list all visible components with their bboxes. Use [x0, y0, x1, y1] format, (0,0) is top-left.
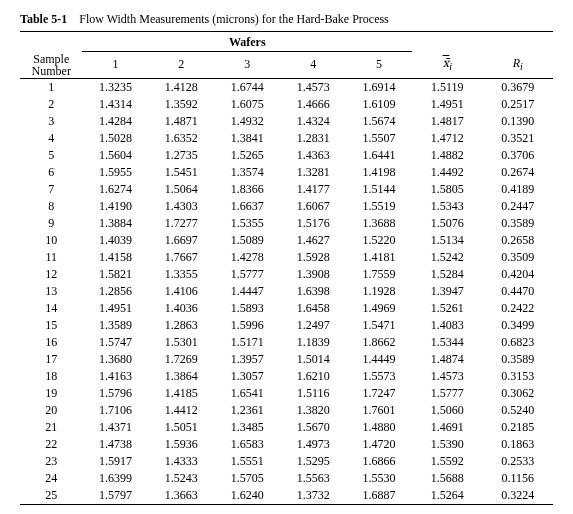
wafer-value-cell: 1.4951	[82, 300, 148, 317]
wafer-value-cell: 1.6887	[346, 487, 412, 505]
range-cell: 0.2674	[483, 164, 553, 181]
sample-number-cell: 2	[20, 96, 82, 113]
xbar-cell: 1.5261	[412, 300, 482, 317]
wafer-value-cell: 1.7667	[148, 249, 214, 266]
range-header: Ri	[483, 52, 553, 79]
wafer-value-cell: 1.7269	[148, 351, 214, 368]
wafer-value-cell: 1.5220	[346, 232, 412, 249]
wafer-value-cell: 1.4363	[280, 147, 346, 164]
wafer-value-cell: 1.6541	[214, 385, 280, 402]
xbar-cell: 1.5134	[412, 232, 482, 249]
range-cell: 0.4204	[483, 266, 553, 283]
range-cell: 0.2533	[483, 453, 553, 470]
col-5-header: 5	[346, 52, 412, 79]
wafers-header: Wafers	[82, 34, 412, 52]
table-body: 11.32351.41281.67441.45731.69141.51190.3…	[20, 78, 553, 504]
range-cell: 0.3509	[483, 249, 553, 266]
wafer-value-cell: 1.5265	[214, 147, 280, 164]
wafer-value-cell: 1.4284	[82, 113, 148, 130]
table-row: 231.59171.43331.55511.52951.68661.55920.…	[20, 453, 553, 470]
xbar-cell: 1.5264	[412, 487, 482, 505]
table-row: 251.57971.36631.62401.37321.68871.52640.…	[20, 487, 553, 505]
wafer-value-cell: 1.5747	[82, 334, 148, 351]
table-row: 241.63991.52431.57051.55631.55301.56880.…	[20, 470, 553, 487]
range-cell: 0.1156	[483, 470, 553, 487]
sample-number-cell: 7	[20, 181, 82, 198]
wafer-value-cell: 1.5996	[214, 317, 280, 334]
wafer-value-cell: 1.3485	[214, 419, 280, 436]
table-row: 201.71061.44121.23611.38201.76011.50600.…	[20, 402, 553, 419]
wafer-value-cell: 1.4324	[280, 113, 346, 130]
wafer-value-cell: 1.4314	[82, 96, 148, 113]
sample-number-cell: 25	[20, 487, 82, 505]
wafer-value-cell: 1.5301	[148, 334, 214, 351]
table-row: 71.62741.50641.83661.41771.51441.58050.4…	[20, 181, 553, 198]
wafer-value-cell: 1.5777	[214, 266, 280, 283]
wafer-value-cell: 1.5176	[280, 215, 346, 232]
wafer-value-cell: 1.4973	[280, 436, 346, 453]
wafer-value-cell: 1.4932	[214, 113, 280, 130]
table-row: 81.41901.43031.66371.60671.55191.53430.2…	[20, 198, 553, 215]
sample-number-cell: 1	[20, 78, 82, 96]
xbar-cell: 1.5390	[412, 436, 482, 453]
wafer-value-cell: 1.4969	[346, 300, 412, 317]
sample-number-cell: 14	[20, 300, 82, 317]
wafer-value-cell: 1.4185	[148, 385, 214, 402]
range-cell: 0.3679	[483, 78, 553, 96]
xbar-cell: 1.5076	[412, 215, 482, 232]
wafer-value-cell: 1.4627	[280, 232, 346, 249]
col-3-header: 3	[214, 52, 280, 79]
sample-number-cell: 17	[20, 351, 82, 368]
wafer-value-cell: 1.5144	[346, 181, 412, 198]
wafer-value-cell: 1.1839	[280, 334, 346, 351]
wafer-value-cell: 1.3235	[82, 78, 148, 96]
table-row: 41.50281.63521.38411.28311.55071.47120.3…	[20, 130, 553, 147]
wafer-value-cell: 1.2856	[82, 283, 148, 300]
wafer-value-cell: 1.5796	[82, 385, 148, 402]
wafer-value-cell: 1.5471	[346, 317, 412, 334]
wafer-value-cell: 1.4303	[148, 198, 214, 215]
wafer-value-cell: 1.7106	[82, 402, 148, 419]
sample-number-cell: 6	[20, 164, 82, 181]
table-row: 221.47381.59361.65831.49731.47201.53900.…	[20, 436, 553, 453]
wafer-value-cell: 1.3281	[280, 164, 346, 181]
wafer-value-cell: 1.5507	[346, 130, 412, 147]
table-number: Table 5-1	[20, 12, 67, 26]
wafer-value-cell: 1.4158	[82, 249, 148, 266]
wafer-value-cell: 1.5563	[280, 470, 346, 487]
range-cell: 0.4470	[483, 283, 553, 300]
range-cell: 0.3499	[483, 317, 553, 334]
wafer-value-cell: 1.7559	[346, 266, 412, 283]
wafer-value-cell: 1.4278	[214, 249, 280, 266]
table-title: Table 5-1 Flow Width Measurements (micro…	[20, 12, 553, 27]
xbar-cell: 1.4817	[412, 113, 482, 130]
range-cell: 0.2517	[483, 96, 553, 113]
wafer-value-cell: 1.5295	[280, 453, 346, 470]
table-row: 211.43711.50511.34851.56701.48801.46910.…	[20, 419, 553, 436]
wafer-value-cell: 1.6240	[214, 487, 280, 505]
sample-number-cell: 22	[20, 436, 82, 453]
wafer-value-cell: 1.4128	[148, 78, 214, 96]
wafer-value-cell: 1.3957	[214, 351, 280, 368]
wafer-value-cell: 1.7247	[346, 385, 412, 402]
table-row: 11.32351.41281.67441.45731.69141.51190.3…	[20, 78, 553, 96]
wafer-value-cell: 1.4720	[346, 436, 412, 453]
wafer-value-cell: 1.4163	[82, 368, 148, 385]
sample-number-cell: 8	[20, 198, 82, 215]
wafer-value-cell: 1.2831	[280, 130, 346, 147]
table-row: 151.35891.28631.59961.24971.54711.40830.…	[20, 317, 553, 334]
wafer-value-cell: 1.4106	[148, 283, 214, 300]
wafer-value-cell: 1.5797	[82, 487, 148, 505]
wafer-value-cell: 1.2863	[148, 317, 214, 334]
wafer-value-cell: 1.6866	[346, 453, 412, 470]
wafer-value-cell: 1.6697	[148, 232, 214, 249]
table-row: 51.56041.27351.52651.43631.64411.48820.3…	[20, 147, 553, 164]
wafer-value-cell: 1.4371	[82, 419, 148, 436]
wafer-value-cell: 1.4449	[346, 351, 412, 368]
wafer-value-cell: 1.5573	[346, 368, 412, 385]
wafer-value-cell: 1.2497	[280, 317, 346, 334]
wafer-value-cell: 1.5355	[214, 215, 280, 232]
wafer-value-cell: 1.4880	[346, 419, 412, 436]
wafer-value-cell: 1.5171	[214, 334, 280, 351]
wafer-value-cell: 1.5893	[214, 300, 280, 317]
